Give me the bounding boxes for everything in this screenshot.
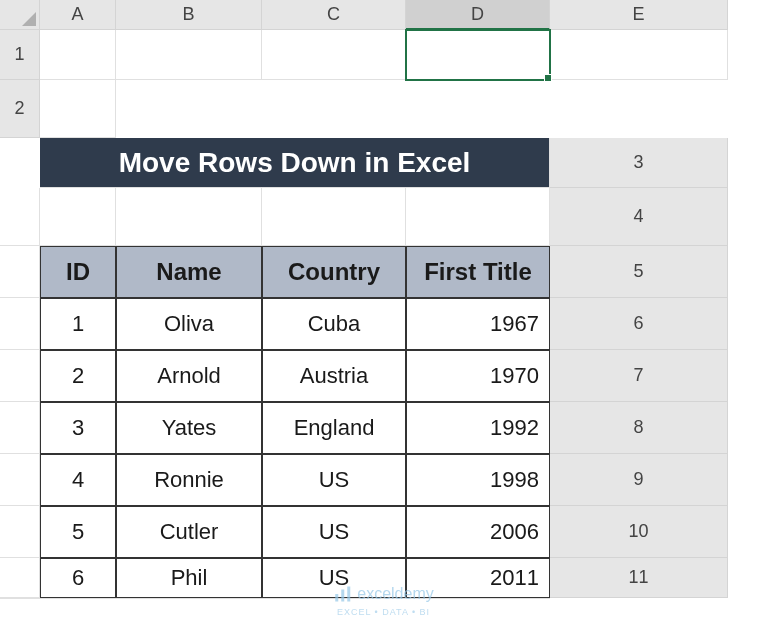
table-row[interactable]: Phil	[116, 558, 262, 598]
table-row[interactable]: 5	[40, 506, 116, 558]
row-header-5[interactable]: 5	[550, 246, 728, 298]
cell-a6[interactable]	[0, 350, 40, 402]
table-row[interactable]: 4	[40, 454, 116, 506]
table-row[interactable]: Yates	[116, 402, 262, 454]
table-row[interactable]: Cuba	[262, 298, 406, 350]
cell-a2[interactable]	[40, 80, 116, 138]
table-row[interactable]: 1998	[406, 454, 550, 506]
svg-rect-2	[347, 587, 350, 602]
row-header-2[interactable]: 2	[0, 80, 40, 138]
col-header-a[interactable]: A	[40, 0, 116, 30]
cell-a10[interactable]	[0, 558, 40, 598]
table-header-id[interactable]: ID	[40, 246, 116, 298]
table-row[interactable]: 1	[40, 298, 116, 350]
table-row[interactable]: Ronnie	[116, 454, 262, 506]
cell-b11[interactable]	[40, 598, 116, 599]
table-row[interactable]: Oliva	[116, 298, 262, 350]
table-row[interactable]: Arnold	[116, 350, 262, 402]
table-row[interactable]: US	[262, 454, 406, 506]
cell-e1[interactable]	[550, 30, 728, 80]
watermark: exceldemy	[333, 585, 433, 603]
cell-c1[interactable]	[262, 30, 406, 80]
cell-a1[interactable]	[40, 30, 116, 80]
col-header-d[interactable]: D	[406, 0, 550, 30]
cell-d3[interactable]	[262, 188, 406, 246]
table-row[interactable]: Cutler	[116, 506, 262, 558]
row-header-4[interactable]: 4	[550, 188, 728, 246]
chart-icon	[333, 585, 351, 603]
row-header-1[interactable]: 1	[0, 30, 40, 80]
row-header-9[interactable]: 9	[550, 454, 728, 506]
col-header-b[interactable]: B	[116, 0, 262, 30]
cell-d1[interactable]	[406, 30, 550, 80]
row-header-3[interactable]: 3	[550, 138, 728, 188]
cell-a11[interactable]	[0, 598, 40, 599]
title-banner[interactable]: Move Rows Down in Excel	[40, 138, 550, 188]
table-header-first-title[interactable]: First Title	[406, 246, 550, 298]
row-header-11[interactable]: 11	[550, 558, 728, 598]
table-row[interactable]: US	[262, 506, 406, 558]
table-header-name[interactable]: Name	[116, 246, 262, 298]
table-row[interactable]: 3	[40, 402, 116, 454]
table-row[interactable]: 1970	[406, 350, 550, 402]
table-row[interactable]: 2006	[406, 506, 550, 558]
row-header-6[interactable]: 6	[550, 298, 728, 350]
row-header-10[interactable]: 10	[550, 506, 728, 558]
cell-a4[interactable]	[0, 246, 40, 298]
svg-rect-1	[341, 590, 344, 602]
cell-a5[interactable]	[0, 298, 40, 350]
table-row[interactable]: Austria	[262, 350, 406, 402]
row-header-8[interactable]: 8	[550, 402, 728, 454]
table-row[interactable]: England	[262, 402, 406, 454]
cell-c11[interactable]	[116, 598, 262, 599]
col-header-c[interactable]: C	[262, 0, 406, 30]
svg-rect-0	[335, 594, 338, 602]
cell-b1[interactable]	[116, 30, 262, 80]
col-header-e[interactable]: E	[550, 0, 728, 30]
cell-a3[interactable]	[0, 188, 40, 246]
cell-a9[interactable]	[0, 506, 40, 558]
table-row[interactable]: 1992	[406, 402, 550, 454]
cell-c3[interactable]	[116, 188, 262, 246]
spreadsheet-grid: A B C D E 1 2 Move Rows Down in Excel 3 …	[0, 0, 767, 599]
table-row[interactable]: 2	[40, 350, 116, 402]
table-row[interactable]: 1967	[406, 298, 550, 350]
cell-e3[interactable]	[406, 188, 550, 246]
watermark-text: exceldemy	[357, 585, 433, 603]
table-row[interactable]: 6	[40, 558, 116, 598]
cell-b3[interactable]	[40, 188, 116, 246]
table-header-country[interactable]: Country	[262, 246, 406, 298]
select-all-corner[interactable]	[0, 0, 40, 30]
row-header-7[interactable]: 7	[550, 350, 728, 402]
cell-a8[interactable]	[0, 454, 40, 506]
cell-a7[interactable]	[0, 402, 40, 454]
watermark-tagline: EXCEL • DATA • BI	[337, 607, 430, 617]
